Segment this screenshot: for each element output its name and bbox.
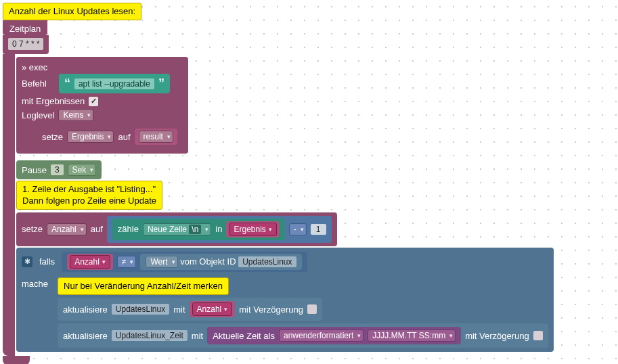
wert-dropdown[interactable]: Wert xyxy=(146,256,177,268)
comment-mid: 1. Zeile der Ausgabe ist "Listing..." Da… xyxy=(16,181,162,210)
aktualisiere-label-1: aktualisiere xyxy=(63,304,108,315)
mit-label-1: mit xyxy=(173,304,185,315)
pause-block: Pause 3 Sek xyxy=(16,160,102,179)
comment-if: Nur bei Veränderung Anzahl/Zeit merken xyxy=(58,277,229,295)
in-label: in xyxy=(215,224,222,234)
pause-label: Pause xyxy=(22,165,47,175)
update-linux-block: aktualisiere UpdatesLinux mit Anzahl▾ mi… xyxy=(58,298,322,321)
exec-results-checkbox[interactable]: ✓ xyxy=(89,97,98,106)
exec-block: » exec Befehl “ apt list --upgradable ” … xyxy=(16,57,188,154)
math-minus-block: zähle Neue Zeile \n in Ergebnis▾ - xyxy=(107,216,332,243)
exec-command-value[interactable]: apt list --upgradable xyxy=(74,78,154,89)
update1-delay-checkbox[interactable] xyxy=(307,304,317,314)
set-label: setze xyxy=(42,132,63,142)
cron-row xyxy=(3,35,49,54)
quote-open-icon: “ xyxy=(64,76,70,91)
anzahl-var-dropdown[interactable]: Anzahl xyxy=(47,223,87,235)
plan-side-rail xyxy=(3,54,15,356)
count-label: zähle xyxy=(118,224,139,234)
update1-value[interactable]: Anzahl▾ xyxy=(192,302,233,316)
if-left-var[interactable]: Anzahl▾ xyxy=(70,255,110,269)
ergebnis-var[interactable]: Ergebnis▾ xyxy=(229,223,276,236)
exec-result-var[interactable]: result xyxy=(139,131,173,143)
if-block: ✱ falls Anzahl▾ ≠ Wert vom Objekt ID Upd… xyxy=(16,248,554,352)
cron-input[interactable] xyxy=(8,38,43,50)
update2-delay-checkbox[interactable] xyxy=(533,331,543,340)
zeitplan-header: Zeitplan xyxy=(3,20,47,35)
exec-cmd-label: Befehl xyxy=(22,78,47,89)
delay-label-1: mit Verzögerung xyxy=(239,304,303,315)
update1-obj[interactable]: UpdatesLinux xyxy=(112,304,169,315)
exec-set-var[interactable]: Ergebnis xyxy=(67,131,114,143)
sep-code: \n xyxy=(189,225,201,234)
update2-obj[interactable]: UpdatesLinux_Zeit xyxy=(112,330,187,341)
set-to-label: auf xyxy=(118,132,130,142)
from-obj-label: vom Objekt ID xyxy=(180,256,236,267)
if-label: falls xyxy=(39,256,55,267)
math-op-dropdown[interactable]: - xyxy=(289,223,307,235)
get-value-block: Wert vom Objekt ID UpdatesLinux xyxy=(140,254,301,270)
auf-label: auf xyxy=(91,224,103,234)
setze-label: setze xyxy=(22,224,43,234)
time-label: Aktuelle Zeit als xyxy=(213,331,275,341)
separator-dropdown[interactable]: Neue Zeile \n xyxy=(143,223,211,235)
comment-top: Anzahl der Linux Updates lesen: xyxy=(3,3,141,20)
do-label: mache xyxy=(22,277,48,289)
plan-footer xyxy=(3,356,30,364)
exec-set-row: setze Ergebnis auf result xyxy=(37,125,183,148)
count-block: zähle Neue Zeile \n in Ergebnis▾ xyxy=(112,219,285,240)
time-fmt-dropdown[interactable]: JJJJ.MM.TT SS:mm xyxy=(368,329,456,342)
aktualisiere-label-2: aktualisiere xyxy=(63,331,108,341)
if-op-dropdown[interactable]: ≠ xyxy=(117,256,137,268)
compare-block: Anzahl▾ ≠ Wert vom Objekt ID UpdatesLinu… xyxy=(62,252,307,272)
time-mode-dropdown[interactable]: anwenderformatiert xyxy=(279,329,363,342)
exec-loglevel-label: Loglevel xyxy=(22,110,54,120)
sep-label: Neue Zeile xyxy=(148,225,187,234)
set-anzahl-row: setze Anzahl auf zähle Neue Zeile \n in xyxy=(16,212,337,246)
quote-close-icon: ” xyxy=(158,76,164,91)
exec-results-label: mit Ergebnissen xyxy=(22,96,85,106)
pause-value[interactable]: 3 xyxy=(51,164,64,175)
exec-title: » exec xyxy=(22,62,183,72)
math-const-one[interactable]: 1 xyxy=(311,224,326,235)
update-zeit-block: aktualisiere UpdatesLinux_Zeit mit Aktue… xyxy=(58,323,548,348)
mit-label-2: mit xyxy=(192,331,203,341)
exec-loglevel-dropdown[interactable]: Keins xyxy=(58,109,93,121)
time-block: Aktuelle Zeit als anwenderformatiert JJJ… xyxy=(207,327,461,344)
gear-icon[interactable]: ✱ xyxy=(22,256,32,267)
obj-id-field[interactable]: UpdatesLinux xyxy=(238,256,296,267)
delay-label-2: mit Verzögerung xyxy=(465,331,529,341)
zeitplan-label: Zeitplan xyxy=(9,24,41,34)
comment-mid-l2: Dann folgen pro Zeile eine Update xyxy=(22,196,156,206)
exec-string-block: “ apt list --upgradable ” xyxy=(59,74,170,93)
comment-mid-l1: 1. Zeile der Ausgabe ist "Listing..." xyxy=(22,184,156,195)
pause-unit-dropdown[interactable]: Sek xyxy=(68,164,97,176)
